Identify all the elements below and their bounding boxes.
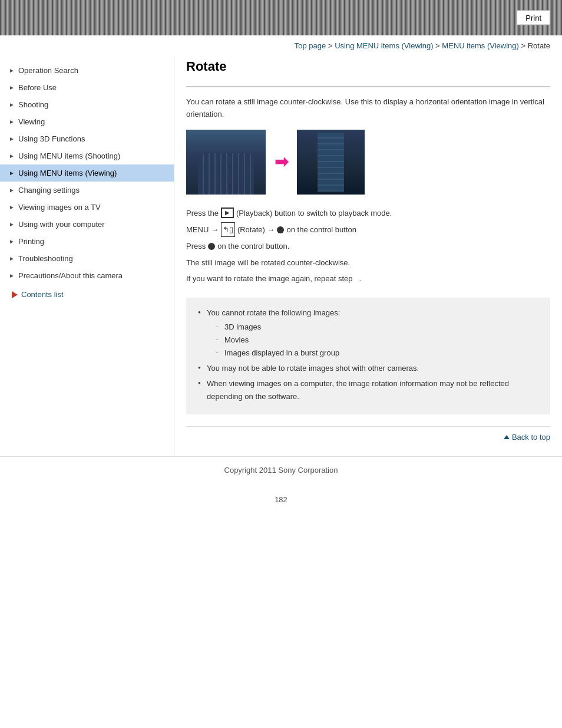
sidebar-item-using-3d[interactable]: ►Using 3D Functions [0, 130, 174, 147]
sidebar-arrow-using-menu-viewing: ► [9, 170, 15, 176]
note-1-sub-2: Movies [216, 334, 538, 347]
sidebar-arrow-using-3d: ► [9, 136, 15, 142]
circle-icon-step2 [277, 226, 284, 233]
image-horizontal [186, 130, 266, 195]
step2-after: on the control button [286, 223, 356, 236]
sidebar-arrow-using-computer: ► [9, 221, 15, 228]
step4-text: The still image will be rotated counter-… [186, 256, 350, 269]
contents-list-label: Contents list [21, 290, 64, 299]
step2-rotate: (Rotate) → [237, 223, 275, 236]
description: You can rotate a still image counter-clo… [186, 96, 550, 121]
notes-box: You cannot rotate the following images: … [186, 298, 550, 415]
sidebar-item-using-menu-viewing[interactable]: ►Using MENU items (Viewing) [0, 164, 174, 182]
step3-before: Press [186, 239, 206, 253]
sidebar-label-troubleshooting: Troubleshooting [18, 254, 73, 263]
header-bar: Print [0, 0, 562, 35]
sidebar-label-precautions: Precautions/About this camera [18, 271, 123, 280]
note-item-2: You may not be able to rotate images sho… [198, 362, 538, 375]
main-layout: ►Operation Search►Before Use►Shooting►Vi… [0, 56, 562, 456]
sidebar-label-viewing-tv: Viewing images on a TV [18, 203, 101, 212]
note-1-sub-1: 3D images [216, 321, 538, 334]
page-title: Rotate [186, 59, 550, 74]
circle-icon-step3 [208, 243, 215, 250]
sidebar-label-using-menu-shooting: Using MENU items (Shooting) [18, 151, 120, 160]
sidebar-arrow-changing-settings: ► [9, 187, 15, 193]
image-vertical [297, 130, 365, 195]
step-3: Press on the control button. [186, 239, 550, 253]
arrow-pink-icon: ➡ [275, 152, 288, 172]
sidebar-label-using-menu-viewing: Using MENU items (Viewing) [18, 169, 117, 177]
sidebar-arrow-viewing-tv: ► [9, 204, 15, 210]
content-area: Rotate You can rotate a still image coun… [174, 56, 562, 456]
sidebar-arrow-operation-search: ► [9, 67, 15, 74]
copyright-text: Copyright 2011 Sony Corporation [224, 466, 338, 475]
sidebar-arrow-using-menu-shooting: ► [9, 153, 15, 159]
sidebar-label-shooting: Shooting [18, 100, 48, 109]
step-4: The still image will be rotated counter-… [186, 256, 550, 269]
sidebar-item-before-use[interactable]: ►Before Use [0, 79, 174, 96]
sidebar-item-troubleshooting[interactable]: ►Troubleshooting [0, 250, 174, 267]
sidebar: ►Operation Search►Before Use►Shooting►Vi… [0, 56, 174, 456]
breadcrumb-current: Rotate [528, 41, 550, 50]
sidebar-item-viewing[interactable]: ►Viewing [0, 113, 174, 130]
step5-text: If you want to rotate the image again, r… [186, 272, 361, 285]
sidebar-item-printing[interactable]: ►Printing [0, 233, 174, 250]
sidebar-item-shooting[interactable]: ►Shooting [0, 96, 174, 113]
print-button[interactable]: Print [517, 11, 550, 25]
notes-list: You cannot rotate the following images: … [198, 307, 538, 404]
step2-menu: MENU → [186, 223, 219, 236]
breadcrumb-link1[interactable]: Using MENU items (Viewing) [335, 41, 433, 50]
breadcrumb: Top page > Using MENU items (Viewing) > … [0, 35, 562, 56]
sidebar-item-viewing-tv[interactable]: ►Viewing images on a TV [0, 199, 174, 216]
sidebar-label-printing: Printing [18, 237, 44, 246]
breadcrumb-sep2: > [435, 41, 442, 50]
back-to-top-link[interactable]: Back to top [504, 433, 550, 442]
note-1-text: You cannot rotate the following images: [207, 308, 340, 317]
note-1-sublist: 3D images Movies Images displayed in a b… [207, 321, 538, 360]
sidebar-label-using-3d: Using 3D Functions [18, 134, 85, 143]
step1-after: (Playback) button to switch to playback … [236, 206, 392, 220]
breadcrumb-link2[interactable]: MENU items (Viewing) [442, 41, 519, 50]
sidebar-arrow-before-use: ► [9, 84, 15, 91]
sidebar-item-using-computer[interactable]: ►Using with your computer [0, 216, 174, 233]
sidebar-item-operation-search[interactable]: ►Operation Search [0, 62, 174, 79]
sidebar-item-using-menu-shooting[interactable]: ►Using MENU items (Shooting) [0, 147, 174, 164]
contents-list-link[interactable]: Contents list [0, 284, 174, 305]
sidebar-label-before-use: Before Use [18, 83, 57, 92]
note-item-1: You cannot rotate the following images: … [198, 307, 538, 360]
step-1: Press the ▶ (Playback) button to switch … [186, 206, 550, 220]
sidebar-label-operation-search: Operation Search [18, 66, 78, 75]
footer: Copyright 2011 Sony Corporation [0, 456, 562, 483]
step-2: MENU → ↰▯ (Rotate) → on the control butt… [186, 222, 550, 237]
sidebar-item-precautions[interactable]: ►Precautions/About this camera [0, 267, 174, 284]
sidebar-arrow-shooting: ► [9, 101, 15, 108]
back-to-top-bar: Back to top [186, 426, 550, 444]
arrow-right-icon [12, 291, 18, 298]
sidebar-arrow-viewing: ► [9, 118, 15, 125]
note-item-3: When viewing images on a computer, the i… [198, 377, 538, 403]
playback-icon: ▶ [221, 207, 234, 218]
back-to-top-triangle-icon [504, 435, 510, 439]
page-number: 182 [0, 483, 562, 516]
sidebar-arrow-troubleshooting: ► [9, 255, 15, 262]
breadcrumb-sep3: > [521, 41, 527, 50]
sidebar-item-changing-settings[interactable]: ►Changing settings [0, 182, 174, 199]
breadcrumb-top-link[interactable]: Top page [295, 41, 326, 50]
note-1-sub-3: Images displayed in a burst group [216, 347, 538, 360]
step3-after: on the control button. [217, 239, 289, 253]
image-section: ➡ [186, 130, 550, 195]
sidebar-arrow-printing: ► [9, 238, 15, 245]
step1-before: Press the [186, 206, 219, 220]
rotate-icon: ↰▯ [221, 222, 235, 237]
page-title-section: Rotate [186, 59, 550, 87]
steps-section: Press the ▶ (Playback) button to switch … [186, 206, 550, 286]
sidebar-label-viewing: Viewing [18, 117, 45, 126]
sidebar-label-changing-settings: Changing settings [18, 186, 80, 195]
sidebar-label-using-computer: Using with your computer [18, 220, 105, 229]
back-to-top-label: Back to top [512, 433, 550, 442]
breadcrumb-sep1: > [328, 41, 335, 50]
step-5: If you want to rotate the image again, r… [186, 272, 550, 285]
sidebar-arrow-precautions: ► [9, 272, 15, 279]
